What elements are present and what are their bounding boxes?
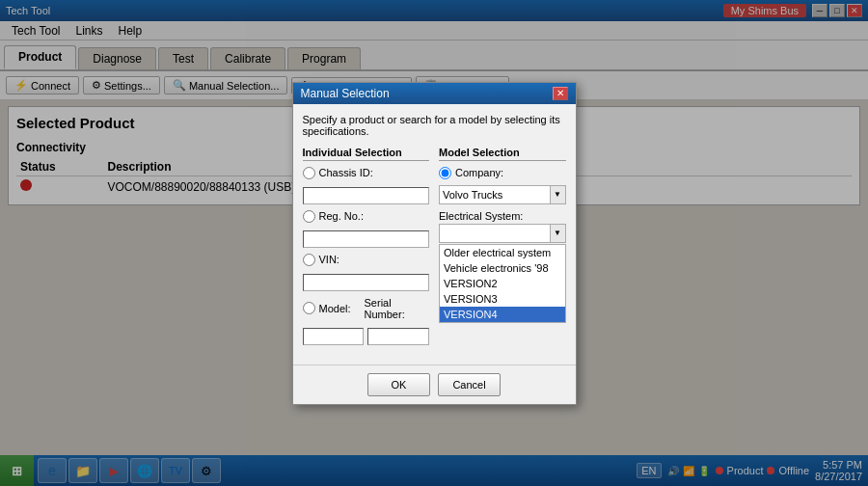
electrical-dropdown-list: Older electrical system Vehicle electron…	[439, 244, 566, 323]
electrical-field-group: Electrical System: ▼ Older electrical sy…	[439, 210, 566, 323]
modal-footer: OK Cancel	[293, 364, 576, 404]
reg-radio-row: Reg. No.:	[303, 210, 430, 223]
model-label: Model:	[319, 303, 351, 314]
model-radio[interactable]	[303, 302, 315, 314]
individual-selection-section: Individual Selection Chassis ID: Re	[303, 147, 430, 351]
dropdown-item-0[interactable]: Older electrical system	[440, 245, 565, 260]
chassis-label: Chassis ID:	[319, 167, 373, 178]
dropdown-item-1[interactable]: Vehicle electronics '98	[440, 260, 565, 276]
chassis-field-group: Chassis ID:	[303, 167, 430, 204]
serial-label: Serial Number:	[365, 297, 429, 320]
chassis-radio-row: Chassis ID:	[303, 167, 430, 179]
modal-overlay: Manual Selection ✕ Specify a product or …	[0, 0, 868, 486]
model-field-group: Model: Serial Number:	[303, 297, 430, 345]
vin-field-group: VIN:	[303, 254, 430, 291]
modal-sections: Individual Selection Chassis ID: Re	[303, 147, 566, 351]
individual-selection-title: Individual Selection	[303, 147, 430, 161]
serial-input[interactable]	[367, 328, 429, 345]
serial-input-wrapper	[367, 326, 429, 345]
company-dropdown-arrow[interactable]: ▼	[550, 186, 565, 203]
model-input-wrapper	[303, 326, 365, 345]
manual-selection-dialog: Manual Selection ✕ Specify a product or …	[292, 82, 577, 405]
dropdown-item-4[interactable]: VERSION4	[440, 307, 565, 322]
company-value: Volvo Trucks	[440, 189, 550, 201]
company-radio[interactable]	[439, 167, 451, 179]
company-field-group: Company: Volvo Trucks ▼	[439, 167, 566, 204]
cancel-button[interactable]: Cancel	[438, 373, 501, 396]
chassis-input[interactable]	[303, 187, 430, 204]
modal-title: Manual Selection	[301, 87, 390, 100]
company-radio-row: Company:	[439, 167, 566, 179]
electrical-label: Electrical System:	[439, 210, 566, 222]
reg-label: Reg. No.:	[319, 210, 364, 222]
model-serial-inputs	[303, 326, 430, 345]
modal-close-button[interactable]: ✕	[553, 87, 568, 100]
reg-field-group: Reg. No.:	[303, 210, 430, 248]
modal-titlebar: Manual Selection ✕	[293, 83, 576, 104]
ok-button[interactable]: OK	[367, 373, 430, 396]
dropdown-item-3[interactable]: VERSION3	[440, 291, 565, 307]
reg-input[interactable]	[303, 230, 430, 248]
vin-radio-row: VIN:	[303, 254, 430, 266]
electrical-dropdown-arrow[interactable]: ▼	[550, 225, 565, 242]
vin-label: VIN:	[319, 254, 339, 265]
vin-input[interactable]	[303, 274, 430, 291]
modal-description: Specify a product or search for a model …	[303, 114, 566, 137]
company-label: Company:	[455, 167, 503, 178]
electrical-system-input[interactable]: ▼	[439, 224, 566, 243]
reg-radio[interactable]	[303, 210, 315, 223]
company-dropdown[interactable]: Volvo Trucks ▼	[439, 185, 566, 204]
model-selection-title: Model Selection	[439, 147, 566, 161]
model-input[interactable]	[303, 328, 365, 345]
dropdown-item-2[interactable]: VERSION2	[440, 276, 565, 291]
model-selection-section: Model Selection Company: Volvo Trucks ▼	[439, 147, 566, 351]
vin-radio[interactable]	[303, 254, 315, 266]
modal-body: Specify a product or search for a model …	[293, 104, 576, 361]
chassis-radio[interactable]	[303, 167, 315, 179]
model-radio-row: Model: Serial Number:	[303, 297, 430, 320]
